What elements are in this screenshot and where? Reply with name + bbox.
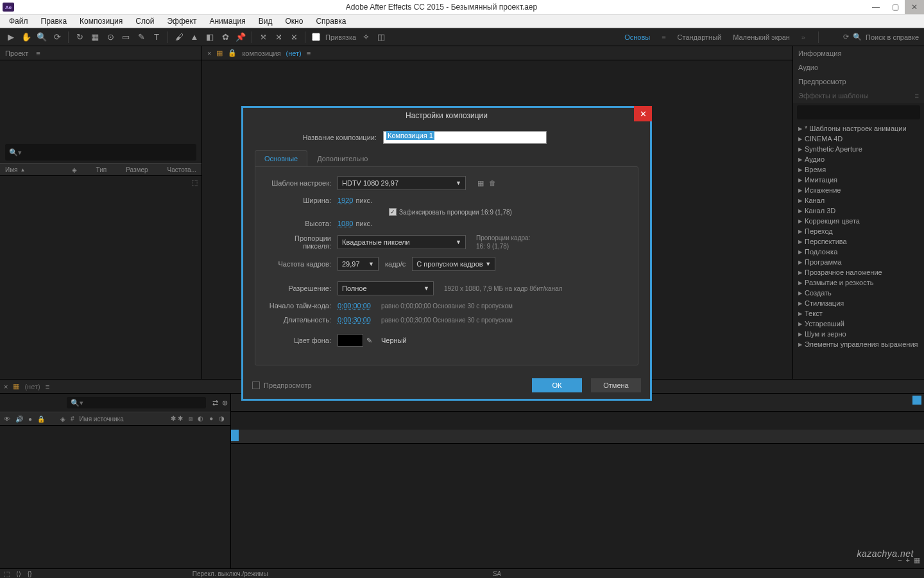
effects-category[interactable]: ▶Время xyxy=(796,164,921,175)
effects-search-input[interactable] xyxy=(797,105,920,119)
ok-button[interactable]: ОК xyxy=(532,378,582,392)
lock-icon[interactable]: 🔒 xyxy=(228,49,237,57)
comp-tab-close-icon[interactable]: × xyxy=(207,49,211,57)
project-search-input[interactable]: 🔍▾ xyxy=(5,144,196,161)
effects-category[interactable]: ▶Перспектива xyxy=(796,236,921,247)
anchor-tool-icon[interactable]: ⊙ xyxy=(105,31,116,43)
effects-category[interactable]: ▶Шум и зерно xyxy=(796,329,921,339)
tl-tab-close-icon[interactable]: × xyxy=(4,383,8,390)
workspace-essentials[interactable]: Основы xyxy=(624,33,650,41)
world-axis-icon[interactable]: ⤨ xyxy=(273,31,284,43)
lock-col-icon[interactable]: 🔒 xyxy=(37,416,45,423)
effects-category[interactable]: ▶* Шаблоны настроек анимации xyxy=(796,123,921,134)
close-button[interactable]: ✕ xyxy=(905,0,924,14)
playhead-icon[interactable] xyxy=(231,430,239,441)
brush-tool-icon[interactable]: 🖌 xyxy=(173,31,185,43)
save-preset-icon[interactable]: ▦ xyxy=(477,179,484,188)
text-tool-icon[interactable]: T xyxy=(151,31,162,43)
snap-opt1-icon[interactable]: ✧ xyxy=(360,31,372,43)
workspace-overflow-icon[interactable]: » xyxy=(801,33,805,41)
preset-dropdown[interactable]: HDTV 1080 29,97▼ xyxy=(338,176,466,190)
effects-category[interactable]: ▶Размытие и резкость xyxy=(796,277,921,288)
effects-category[interactable]: ▶Программа xyxy=(796,257,921,267)
eraser-tool-icon[interactable]: ◧ xyxy=(204,31,216,43)
menu-file[interactable]: Файл xyxy=(3,17,35,26)
effects-category[interactable]: ▶Канал 3D xyxy=(796,206,921,216)
stamp-tool-icon[interactable]: ▲ xyxy=(189,31,200,43)
sort-icon[interactable]: ▲ xyxy=(20,167,25,173)
preview-checkbox[interactable] xyxy=(252,381,260,389)
shape-tool-icon[interactable]: ▭ xyxy=(120,31,132,43)
view-axis-icon[interactable]: ⤩ xyxy=(288,31,300,43)
status-icon2[interactable]: ⟨⟩ xyxy=(16,570,21,577)
effects-category[interactable]: ▶Аудио xyxy=(796,154,921,164)
local-axis-icon[interactable]: ⤧ xyxy=(257,31,269,43)
roto-tool-icon[interactable]: ✿ xyxy=(219,31,231,43)
bg-color-swatch[interactable] xyxy=(338,334,363,347)
pen-tool-icon[interactable]: ✎ xyxy=(135,31,147,43)
sync-icon[interactable]: ⟳ xyxy=(843,33,849,41)
flowchart-icon[interactable]: ⬚ xyxy=(191,179,198,187)
menu-edit[interactable]: Правка xyxy=(35,17,74,26)
tl-opt2-icon[interactable]: ⊕ xyxy=(222,399,228,407)
selection-tool-icon[interactable]: ▶ xyxy=(5,31,17,43)
help-search-input[interactable]: Поиск в справке xyxy=(866,33,919,41)
workspace-menu-icon[interactable]: ≡ xyxy=(662,33,665,41)
lock-aspect-checkbox[interactable]: ✓ xyxy=(389,208,397,216)
status-icon3[interactable]: {} xyxy=(28,570,32,577)
menu-effect[interactable]: Эффект xyxy=(160,17,203,26)
status-icon1[interactable]: ⬚ xyxy=(4,570,10,577)
col-name[interactable]: Имя xyxy=(5,166,17,173)
tab-advanced[interactable]: Дополнительно xyxy=(307,150,377,166)
num-col[interactable]: # xyxy=(71,416,74,423)
tl-opt-icon[interactable]: ⇄ xyxy=(212,399,218,407)
effects-category[interactable]: ▶Текст xyxy=(796,308,921,319)
panel-menu-icon[interactable]: ≡ xyxy=(915,92,919,100)
minimize-button[interactable]: — xyxy=(866,0,886,14)
snap-opt2-icon[interactable]: ◫ xyxy=(375,31,387,43)
solo-col-icon[interactable]: ● xyxy=(28,416,32,423)
workspace-small[interactable]: Маленький экран xyxy=(733,33,790,41)
preview-panel-header[interactable]: Предпросмотр xyxy=(793,74,924,89)
effects-category[interactable]: ▶Создать xyxy=(796,288,921,298)
col-type[interactable]: Тип xyxy=(96,166,107,173)
effects-category[interactable]: ▶Имитация xyxy=(796,175,921,185)
effects-category[interactable]: ▶Устаревший xyxy=(796,319,921,329)
workspace-standard[interactable]: Стандартный xyxy=(678,33,722,41)
effects-category[interactable]: ▶CINEMA 4D xyxy=(796,134,921,144)
col-size[interactable]: Размер xyxy=(126,166,148,173)
menu-view[interactable]: Вид xyxy=(252,17,279,26)
panel-menu-icon[interactable]: ≡ xyxy=(36,49,40,57)
camera-tool-icon[interactable]: ▦ xyxy=(89,31,101,43)
pixel-aspect-dropdown[interactable]: Квадратные пиксели▼ xyxy=(338,235,466,249)
menu-help[interactable]: Справка xyxy=(309,17,352,26)
menu-composition[interactable]: Композиция xyxy=(73,17,129,26)
time-ruler[interactable] xyxy=(231,430,924,444)
col-label-icon[interactable]: ◈ xyxy=(72,166,77,173)
effects-category[interactable]: ▶Прозрачное наложение xyxy=(796,267,921,277)
maximize-button[interactable]: ▢ xyxy=(886,0,905,14)
comp-name-input[interactable]: Композиция 1 xyxy=(383,131,547,144)
effects-category[interactable]: ▶Подложка xyxy=(796,247,921,257)
duration-input[interactable]: 0;00;30;00 xyxy=(338,316,371,324)
dialog-close-button[interactable]: ✕ xyxy=(634,106,652,121)
panel-menu-icon[interactable]: ≡ xyxy=(46,383,49,390)
hand-tool-icon[interactable]: ✋ xyxy=(21,31,32,43)
menu-window[interactable]: Окно xyxy=(278,17,309,26)
effects-category[interactable]: ▶Элементы управления выражения xyxy=(796,339,921,349)
audio-panel-header[interactable]: Аудио xyxy=(793,60,924,74)
effects-category[interactable]: ▶Коррекция цвета xyxy=(796,216,921,226)
label-col-icon[interactable]: ◈ xyxy=(60,416,65,423)
work-area-end-icon[interactable] xyxy=(912,396,921,405)
orbit-tool-icon[interactable]: ⟳ xyxy=(51,31,63,43)
speaker-col-icon[interactable]: 🔊 xyxy=(15,416,23,423)
effects-panel-header[interactable]: Эффекты и шаблоны ≡ xyxy=(793,89,924,103)
col-freq[interactable]: Частота... xyxy=(167,166,196,173)
info-panel-header[interactable]: Информация xyxy=(793,46,924,60)
effects-category[interactable]: ▶Synthetic Aperture xyxy=(796,144,921,154)
eyedropper-icon[interactable]: ✎ xyxy=(363,337,375,345)
height-input[interactable]: 1080 xyxy=(338,220,353,227)
effects-category[interactable]: ▶Переход xyxy=(796,226,921,236)
project-tab[interactable]: Проект xyxy=(5,49,28,57)
source-name-col[interactable]: Имя источника xyxy=(80,416,166,423)
